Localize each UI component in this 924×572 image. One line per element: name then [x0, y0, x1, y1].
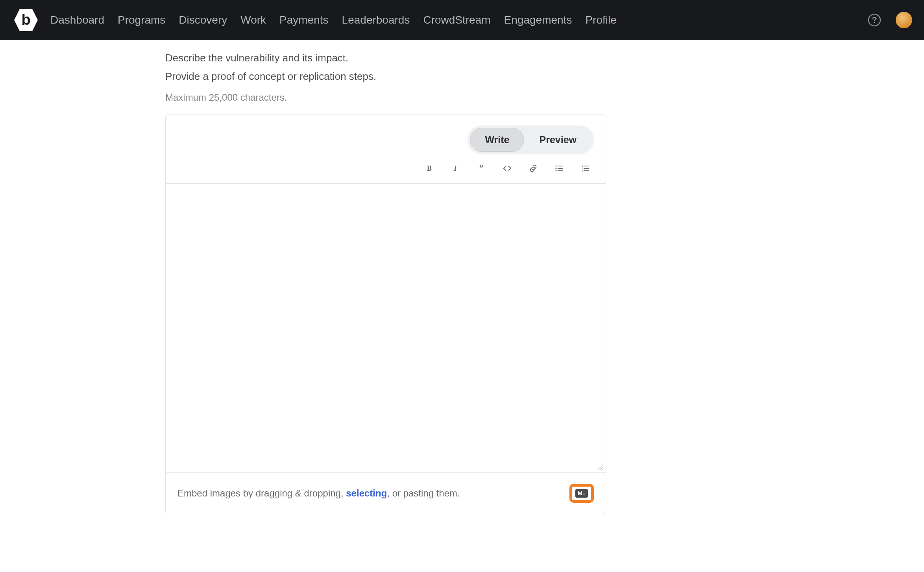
nav-links: Dashboard Programs Discovery Work Paymen…	[50, 14, 617, 26]
nav-work[interactable]: Work	[240, 14, 266, 26]
nav-profile[interactable]: Profile	[585, 14, 616, 26]
editor-header: Write Preview B I ”	[166, 114, 606, 184]
logo[interactable]: b	[12, 6, 40, 34]
bold-icon[interactable]: B	[424, 163, 435, 174]
svg-rect-8	[558, 166, 563, 166]
main-content: Describe the vulnerability and its impac…	[0, 40, 924, 514]
max-chars-helper: Maximum 25,000 characters.	[165, 92, 606, 103]
svg-text:b: b	[21, 11, 30, 28]
tab-write[interactable]: Write	[470, 128, 524, 152]
svg-point-9	[555, 168, 556, 169]
format-toolbar: B I ”	[424, 163, 594, 174]
tab-preview[interactable]: Preview	[524, 128, 591, 152]
svg-rect-12	[558, 170, 563, 171]
instruction-line-1: Describe the vulnerability and its impac…	[165, 52, 606, 64]
embed-hint: Embed images by dragging & dropping, sel…	[177, 488, 460, 499]
svg-point-7	[555, 165, 556, 166]
svg-text:?: ?	[872, 15, 877, 25]
top-nav: b Dashboard Programs Discovery Work Paym…	[0, 0, 924, 40]
ordered-list-icon[interactable]: 1 2 3	[580, 163, 591, 174]
unordered-list-icon[interactable]	[554, 163, 565, 174]
svg-rect-18	[584, 170, 589, 171]
svg-text:B: B	[427, 164, 432, 172]
markdown-icon: M↓	[575, 489, 588, 498]
description-editor: Write Preview B I ”	[165, 114, 606, 514]
logo-hex-icon: b	[13, 7, 39, 33]
selecting-link[interactable]: selecting	[346, 488, 387, 498]
nav-leaderboards[interactable]: Leaderboards	[342, 14, 410, 26]
quote-icon[interactable]: ”	[476, 163, 487, 174]
markdown-help-button[interactable]: M↓	[569, 484, 594, 503]
editor-tabs: Write Preview	[468, 125, 594, 154]
description-textarea[interactable]	[166, 184, 606, 471]
nav-discovery[interactable]: Discovery	[179, 14, 227, 26]
instruction-line-2: Provide a proof of concept or replicatio…	[165, 70, 606, 83]
nav-dashboard[interactable]: Dashboard	[50, 14, 104, 26]
svg-text:”: ”	[479, 164, 483, 172]
svg-point-11	[555, 170, 556, 171]
link-icon[interactable]	[528, 163, 539, 174]
avatar[interactable]	[896, 12, 912, 28]
nav-engagements[interactable]: Engagements	[504, 14, 572, 26]
svg-text:3: 3	[582, 170, 583, 172]
nav-payments[interactable]: Payments	[279, 14, 329, 26]
code-icon[interactable]	[502, 163, 513, 174]
italic-icon[interactable]: I	[450, 163, 461, 174]
svg-rect-14	[584, 166, 589, 166]
help-icon[interactable]: ?	[867, 13, 881, 27]
svg-rect-10	[558, 168, 563, 169]
nav-programs[interactable]: Programs	[118, 14, 165, 26]
svg-text:I: I	[453, 164, 457, 172]
embed-hint-prefix: Embed images by dragging & dropping,	[177, 488, 346, 498]
embed-hint-suffix: , or pasting them.	[387, 488, 460, 498]
editor-footer: Embed images by dragging & dropping, sel…	[166, 472, 606, 514]
svg-rect-16	[584, 168, 589, 169]
nav-crowdstream[interactable]: CrowdStream	[423, 14, 490, 26]
editor-body	[166, 184, 606, 472]
